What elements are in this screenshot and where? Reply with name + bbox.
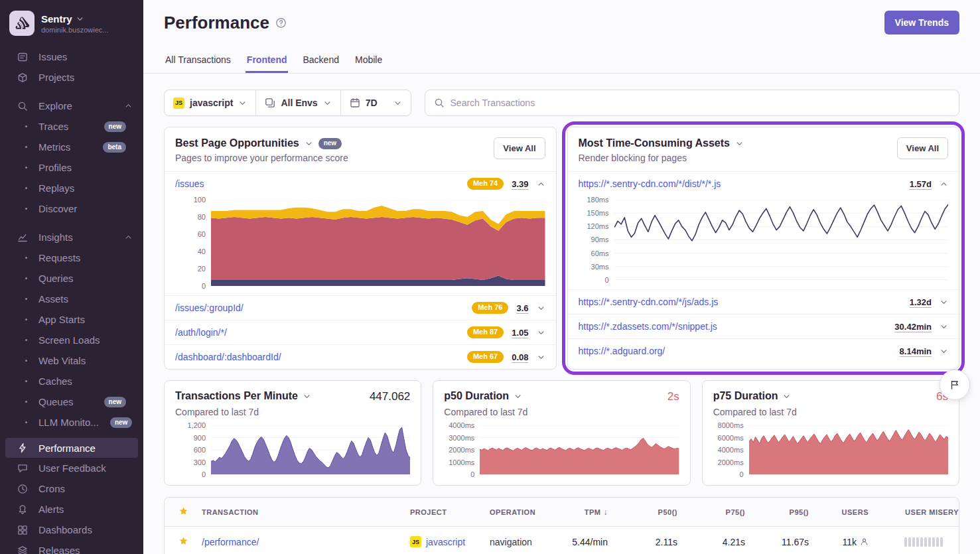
app-root: Sentry dominik.buszowiec... IssuesProjec… [0,0,980,554]
sidebar-item-llm-monito[interactable]: LLM Monito...new [0,412,143,433]
view-all-button[interactable]: View All [494,137,545,159]
column-header-operation[interactable]: OPERATION [490,508,564,516]
chevron-down-icon[interactable] [305,139,313,148]
sidebar-item-traces[interactable]: Tracesnew [0,116,143,137]
asset-link[interactable]: https://*.adguard.org/ [579,346,892,356]
sidebar-item-replays[interactable]: Replays [0,178,143,198]
environments-icon [265,98,275,108]
opportunity-link[interactable]: /issues [175,178,459,189]
chevron-up-icon[interactable] [940,180,948,188]
sidebar-item-discover[interactable]: Discover [0,198,143,219]
tab-backend[interactable]: Backend [301,54,340,73]
date-range-filter[interactable]: 7D [340,90,411,115]
row-value: 1.32d [910,297,932,307]
sidebar-item-label: Replays [38,182,74,194]
star-icon[interactable] [178,536,188,546]
sidebar-section-label: Explore [38,100,72,111]
chevron-down-icon[interactable] [940,322,948,331]
sidebar-item-label: Metrics [38,141,70,153]
opportunity-link[interactable]: /auth/login/*/ [175,327,459,338]
asset-link[interactable]: https://*.sentry-cdn.com/*/dist/*/*.js [579,178,902,189]
row-value: 8.14min [900,346,932,356]
chevron-up-icon[interactable] [124,233,133,242]
p50-value: 2.11s [608,537,677,547]
sidebar-item-alerts[interactable]: Alerts [0,499,143,519]
sidebar-item-screen-loads[interactable]: Screen Loads [0,330,143,350]
sidebar-item-profiles[interactable]: Profiles [0,157,143,178]
sidebar-section-insights[interactable]: Insights [0,227,143,247]
column-header-p75[interactable]: P75() [677,508,745,516]
operation-value: navigation [490,537,564,547]
view-trends-button[interactable]: View Trends [884,11,959,35]
sidebar-item-projects[interactable]: Projects [0,67,143,88]
sidebar-item-label: Profiles [38,162,72,173]
tab-all-transactions[interactable]: All Transactions [164,54,232,73]
column-header-users[interactable]: USERS [809,508,869,516]
page-title: Performance [164,13,269,33]
sidebar-item-metrics[interactable]: Metricsbeta [0,137,143,157]
sidebar-item-web-vitals[interactable]: Web Vitals [0,350,143,371]
column-header-project[interactable]: PROJECT [410,508,490,516]
sidebar-item-dashboards[interactable]: Dashboards [0,519,143,540]
chevron-down-icon[interactable] [514,392,522,401]
sidebar-item-user-feedback[interactable]: User Feedback [0,458,143,478]
chevron-up-icon[interactable] [537,180,545,188]
help-icon[interactable] [275,17,287,29]
bullet-icon [25,257,27,259]
opportunity-link[interactable]: /dashboard/:dashboardId/ [175,352,459,362]
sidebar-item-queries[interactable]: Queries [0,268,143,289]
chevron-down-icon[interactable] [782,392,791,401]
column-header-label: TPM [585,508,601,516]
panel-subtitle: Pages to improve your performance score [175,153,348,163]
column-header-p95[interactable]: P95() [745,508,809,516]
sidebar-item-requests[interactable]: Requests [0,247,143,268]
filter-bar: JS javascript All Envs 7D [164,90,959,116]
chevron-down-icon[interactable] [537,353,545,362]
column-header-user-misery[interactable]: USER MISERY [869,508,959,516]
tab-mobile[interactable]: Mobile [354,54,384,73]
asset-link[interactable]: https://*.zdassets.com/*/snippet.js [579,321,887,332]
sidebar-item-app-starts[interactable]: App Starts [0,309,143,330]
column-header-p50[interactable]: P50() [608,508,677,516]
column-header-tpm[interactable]: TPM↓ [564,508,608,517]
sidebar-item-releases[interactable]: Releases [0,540,143,554]
transaction-link[interactable]: /performance/ [202,537,259,547]
sidebar-item-label: Issues [38,51,67,62]
project-filter[interactable]: JS javascript [165,90,255,115]
chevron-down-icon[interactable] [940,298,948,307]
sidebar-item-caches[interactable]: Caches [0,371,143,391]
column-header-label: OPERATION [490,508,535,516]
sidebar-section-explore[interactable]: Explore [0,96,143,116]
chevron-down-icon[interactable] [735,139,744,148]
chevron-down-icon[interactable] [537,328,545,337]
view-all-button[interactable]: View All [897,137,948,159]
sidebar-item-label: Traces [38,121,68,132]
sidebar-item-issues[interactable]: Issues [0,46,143,67]
opportunity-link[interactable]: /issues/:groupId/ [175,303,464,313]
chevron-down-icon [238,99,247,107]
sidebar-item-queues[interactable]: Queuesnew [0,391,143,412]
crons-icon [17,484,28,494]
chevron-down-icon[interactable] [537,304,545,312]
main-content: Performance View Trends All Transactions… [143,0,980,554]
bullet-icon [25,125,27,127]
chevron-down-icon[interactable] [303,392,311,401]
org-switcher[interactable]: Sentry dominik.buszowiec... [0,8,143,44]
feedback-fab[interactable] [940,370,970,400]
asset-row: https://*.sentry-cdn.com/*/dist/*/*.js1.… [568,171,959,196]
column-header-transaction[interactable]: TRANSACTION [202,508,410,516]
asset-link[interactable]: https://*.sentry-cdn.com/*/js/ads.js [579,297,902,307]
sidebar-item-label: App Starts [38,314,85,325]
sidebar-item-assets[interactable]: Assets [0,289,143,309]
search-input[interactable] [451,98,950,108]
environment-filter[interactable]: All Envs [255,90,340,115]
column-header-label: USER MISERY [905,508,959,516]
tab-frontend[interactable]: Frontend [245,54,289,73]
bullet-icon [25,421,27,423]
p75-duration-card: p75 Duration 6s Compared to last 7d 8000… [702,380,959,486]
chevron-up-icon[interactable] [124,102,133,110]
chevron-down-icon[interactable] [940,347,948,356]
project-link[interactable]: javascript [426,537,465,547]
sidebar-item-performance[interactable]: Performance [5,438,138,458]
sidebar-item-crons[interactable]: Crons [0,478,143,499]
